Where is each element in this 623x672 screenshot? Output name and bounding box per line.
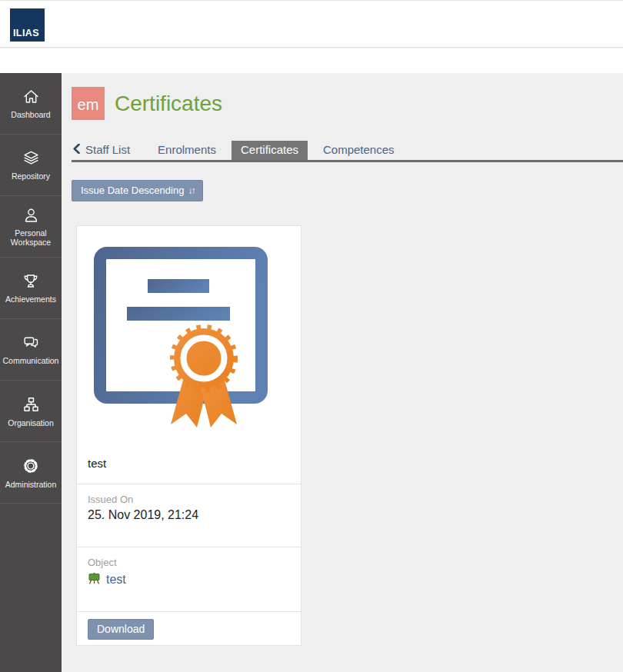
certificate-title: test [77,455,301,484]
certificate-icon [91,245,288,436]
sidebar-item-administration[interactable]: Administration [0,442,62,504]
object-section: Object test [77,547,301,611]
sidebar-item-achievements[interactable]: Achievements [0,258,62,319]
sort-button[interactable]: Issue Date Descending↓↑ [72,180,203,201]
home-icon [21,88,42,105]
chevron-left-icon [73,143,80,156]
back-link-label: Staff List [85,143,130,156]
sidebar-item-dashboard[interactable]: Dashboard [0,73,62,135]
ilias-logo-text: ILIAS [13,28,39,38]
top-bar: ILIAS [0,0,623,48]
sidebar-item-label: Administration [4,480,58,489]
issued-on-label: Issued On [88,494,290,505]
sidebar-item-label: Communication [2,356,61,365]
orgchart-icon [21,395,42,414]
course-icon [88,572,101,587]
sidebar-item-personal-workspace[interactable]: Personal Workspace [0,196,62,258]
gear-icon [21,457,41,475]
download-button[interactable]: Download [88,619,154,640]
tab-enrolments[interactable]: Enrolments [148,141,225,160]
sidebar-item-repository[interactable]: Repository [0,135,62,196]
tab-certificates[interactable]: Certificates [232,141,308,160]
download-section: Download [77,611,301,645]
page-title: Certificates [115,91,222,116]
trophy-icon [21,272,41,290]
sidebar-item-label: Repository [10,171,52,181]
certificate-thumbnail [77,226,301,455]
sidebar-item-communication[interactable]: Communication [0,319,62,381]
object-link[interactable]: test [106,573,126,587]
sidebar-item-label: Achievements [4,294,58,304]
layers-icon [21,149,42,167]
tab-competences[interactable]: Competences [314,141,404,160]
issued-on-value: 25. Nov 2019, 21:24 [88,508,290,522]
sort-arrows-icon: ↓↑ [188,185,194,196]
main-content: em Certificates Staff List Enrolments Ce… [62,73,623,672]
main-sidebar: Dashboard Repository Personal Workspace [0,73,62,672]
user-icon [22,207,41,224]
avatar: em [72,87,105,120]
object-label: Object [88,557,290,568]
sidebar-item-label: Personal Workspace [0,228,62,247]
avatar-initials: em [78,96,99,114]
page-header: em Certificates [72,87,623,120]
sidebar-item-label: Organisation [6,418,55,427]
sidebar-item-organisation[interactable]: Organisation [0,381,62,442]
certificate-card: test Issued On 25. Nov 2019, 21:24 Objec… [76,225,302,646]
toolbar: Issue Date Descending↓↑ [72,180,623,201]
tab-bar: Staff List Enrolments Certificates Compe… [72,141,623,162]
back-link-staff-list[interactable]: Staff List [72,141,132,160]
ilias-logo[interactable]: ILIAS [10,8,45,42]
secondary-bar [0,48,623,73]
sidebar-item-label: Dashboard [9,110,52,119]
issued-on-section: Issued On 25. Nov 2019, 21:24 [77,484,301,547]
sort-button-label: Issue Date Descending [81,185,184,196]
chat-icon [21,334,42,351]
